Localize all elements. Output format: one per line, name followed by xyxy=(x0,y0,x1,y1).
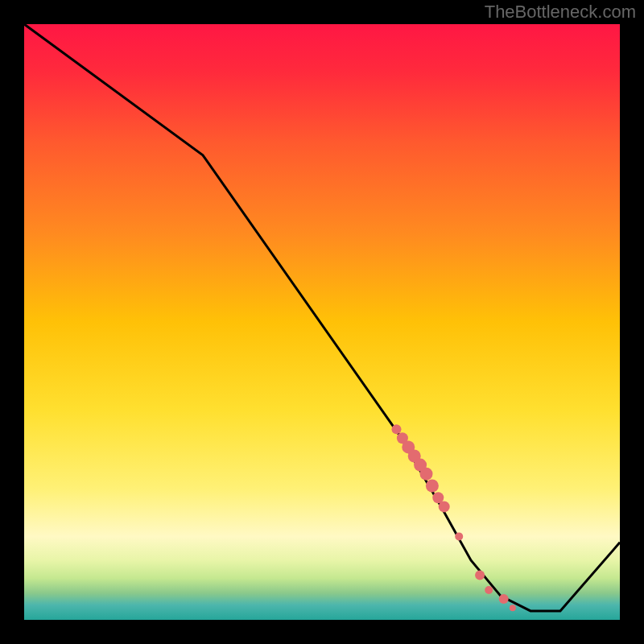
plot-background xyxy=(24,24,620,620)
data-marker xyxy=(455,532,463,540)
chart-container: TheBottleneck.com xyxy=(0,0,644,644)
data-marker xyxy=(392,424,402,434)
data-marker xyxy=(510,605,516,611)
data-marker xyxy=(475,571,485,580)
data-marker xyxy=(426,480,439,493)
watermark: TheBottleneck.com xyxy=(485,2,636,23)
bottleneck-chart xyxy=(0,0,644,644)
data-marker xyxy=(499,594,509,604)
data-marker xyxy=(420,468,433,481)
data-marker xyxy=(439,501,450,512)
data-marker xyxy=(485,586,493,594)
